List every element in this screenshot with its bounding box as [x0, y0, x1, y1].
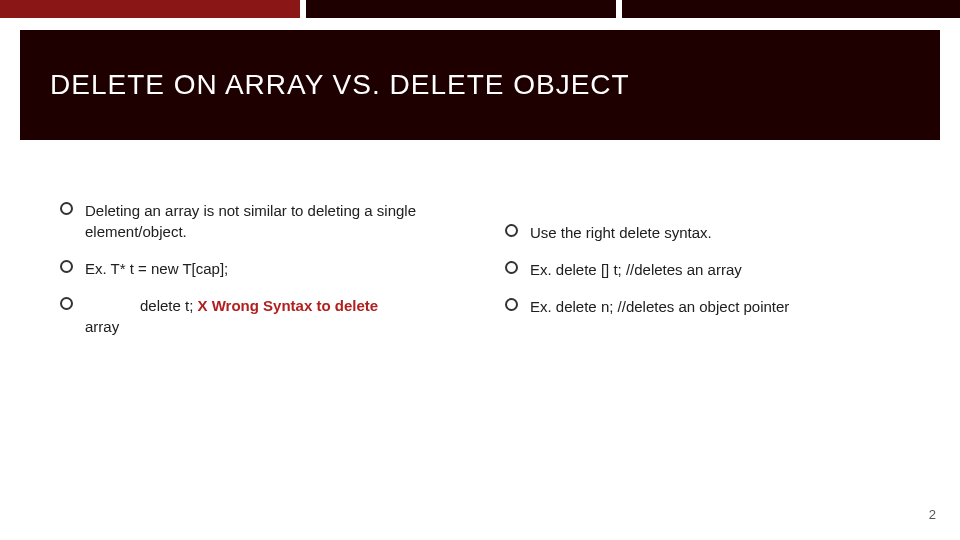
bullet-item: Use the right delete syntax. — [505, 222, 900, 243]
top-accent-bar — [0, 0, 960, 18]
bullet-ring-icon — [505, 224, 518, 237]
wrong-syntax-code: delete t; — [140, 297, 198, 314]
accent-segment-mid — [306, 0, 616, 18]
bullet-ring-icon — [505, 261, 518, 274]
bullet-text: Use the right delete syntax. — [530, 222, 900, 243]
left-column: Deleting an array is not similar to dele… — [60, 200, 455, 337]
wrong-label: Wrong Syntax to delete — [208, 297, 379, 314]
right-column: Use the right delete syntax. Ex. delete … — [505, 200, 900, 337]
bullet-text: Ex. delete [] t; //deletes an array — [530, 259, 900, 280]
bullet-ring-icon — [60, 202, 73, 215]
bullet-ring-icon — [60, 297, 73, 310]
bullet-text: Ex. T* t = new T[cap]; — [85, 258, 455, 279]
wrong-syntax-tail: array — [85, 318, 119, 335]
wrong-syntax-line: delete t; X Wrong Syntax to delete — [85, 295, 455, 316]
wrong-x-mark: X — [198, 297, 208, 314]
bullet-item: Ex. delete [] t; //deletes an array — [505, 259, 900, 280]
slide-title: DELETE ON ARRAY VS. DELETE OBJECT — [50, 69, 630, 101]
bullet-item: delete t; X Wrong Syntax to delete array — [60, 295, 455, 337]
bullet-item: Deleting an array is not similar to dele… — [60, 200, 455, 242]
title-bar: DELETE ON ARRAY VS. DELETE OBJECT — [20, 30, 940, 140]
bullet-item: Ex. delete n; //deletes an object pointe… — [505, 296, 900, 317]
accent-segment-red — [0, 0, 300, 18]
bullet-text: Deleting an array is not similar to dele… — [85, 200, 455, 242]
bullet-ring-icon — [505, 298, 518, 311]
bullet-item: Ex. T* t = new T[cap]; — [60, 258, 455, 279]
accent-segment-right — [622, 0, 960, 18]
bullet-ring-icon — [60, 260, 73, 273]
bullet-text: delete t; X Wrong Syntax to delete array — [85, 295, 455, 337]
bullet-text: Ex. delete n; //deletes an object pointe… — [530, 296, 900, 317]
page-number: 2 — [929, 507, 936, 522]
content-area: Deleting an array is not similar to dele… — [60, 200, 900, 337]
